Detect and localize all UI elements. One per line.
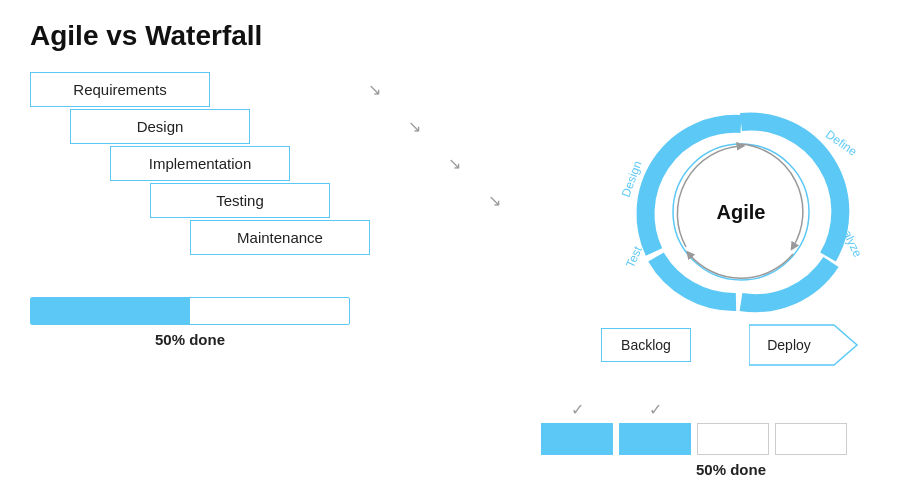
deploy-arrow-svg: Deploy	[749, 323, 859, 367]
wf-progress-bar-container	[30, 297, 350, 325]
check-4	[775, 400, 847, 419]
agile-diagram: Agile Design Define Analyze Test Backlog…	[541, 72, 917, 372]
wf-step-2: Design ↘	[30, 109, 501, 144]
svg-text:Deploy: Deploy	[767, 337, 811, 353]
waterfall-section: Requirements ↘ Design ↘ Implementation ↘…	[30, 72, 501, 348]
check-2: ✓	[619, 400, 691, 419]
wf-box-requirements: Requirements	[30, 72, 210, 107]
wf-step-3: Implementation ↘	[30, 146, 501, 181]
wf-progress-label: 50% done	[30, 331, 350, 348]
waterfall-steps: Requirements ↘ Design ↘ Implementation ↘…	[30, 72, 501, 257]
agile-center-label: Agile	[717, 201, 766, 224]
wf-box-testing: Testing	[150, 183, 330, 218]
agile-prog-box-1	[541, 423, 613, 455]
page-title: Agile vs Waterfall	[30, 20, 887, 52]
agile-prog-box-2	[619, 423, 691, 455]
agile-progress-label: 50% done	[571, 461, 891, 478]
agile-progress-boxes	[541, 423, 917, 455]
agile-circle: Agile Design Define Analyze Test	[621, 92, 861, 332]
agile-checkmarks: ✓ ✓	[541, 400, 917, 419]
wf-progress-bar-fill	[31, 298, 190, 324]
wf-arrow-4: ↘	[488, 193, 501, 209]
wf-arrow-1: ↘	[368, 82, 381, 98]
wf-step-1: Requirements ↘	[30, 72, 501, 107]
deploy-arrow-container: Deploy	[749, 323, 859, 367]
waterfall-progress: 50% done	[30, 297, 501, 348]
check-3	[697, 400, 769, 419]
wf-arrow-3: ↘	[448, 156, 461, 172]
wf-step-4: Testing ↘	[30, 183, 501, 218]
agile-progress: ✓ ✓ 50% done	[541, 400, 917, 478]
check-1: ✓	[541, 400, 613, 419]
agile-box-backlog: Backlog	[601, 328, 691, 362]
agile-section: Agile Design Define Analyze Test Backlog…	[541, 72, 917, 478]
wf-box-implementation: Implementation	[110, 146, 290, 181]
agile-prog-box-3	[697, 423, 769, 455]
wf-box-design: Design	[70, 109, 250, 144]
wf-arrow-2: ↘	[408, 119, 421, 135]
wf-box-maintenance: Maintenance	[190, 220, 370, 255]
wf-step-5: Maintenance	[30, 220, 501, 255]
main-content: Requirements ↘ Design ↘ Implementation ↘…	[30, 72, 887, 478]
agile-prog-box-4	[775, 423, 847, 455]
